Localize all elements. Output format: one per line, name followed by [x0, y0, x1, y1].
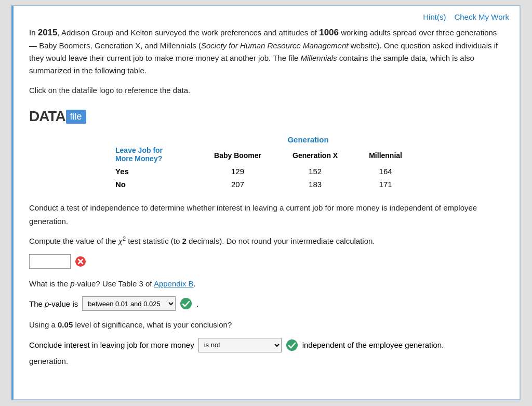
data-text: DATA	[29, 108, 65, 125]
row-label-yes: Yes	[115, 165, 198, 178]
n-value: 1006	[319, 28, 339, 37]
table-cell: 171	[353, 178, 418, 191]
top-bar: Hint(s) Check My Work	[14, 6, 520, 25]
chi-symbol: χ	[118, 237, 123, 245]
question4-text: Using a 0.05 level of significance, what…	[29, 318, 504, 332]
p-value-row: The p-value is less than 0.005 between 0…	[29, 296, 504, 311]
table-cell: 164	[353, 165, 418, 178]
check-my-work-link[interactable]: Check My Work	[454, 12, 509, 21]
appendix-link[interactable]: Appendix B	[154, 279, 194, 288]
col-header-millennial: Millennial	[353, 146, 418, 165]
decimal-bold: 2	[182, 237, 186, 245]
period-after-select: .	[196, 299, 198, 308]
check-icon-pvalue	[180, 297, 192, 310]
question2-text: Compute the value of the χ2 test statist…	[29, 234, 504, 248]
data-table: Generation Leave Job for More Money? Bab…	[115, 135, 418, 191]
svg-point-3	[180, 298, 192, 309]
journal-name: Society for Human Resource Management	[201, 41, 348, 50]
p-italic-q3: p	[70, 279, 74, 288]
question1-text: Conduct a test of independence to determ…	[29, 201, 504, 228]
col-header-generation-x: Generation X	[277, 146, 353, 165]
significance-level: 0.05	[58, 320, 73, 329]
click-instruction: Click on the datafile logo to reference …	[29, 84, 504, 97]
chi-input[interactable]	[29, 254, 71, 269]
conclusion-select[interactable]: is is not	[198, 338, 282, 352]
p-value-label: The p-value is	[29, 299, 78, 308]
col-header-baby-boomer: Baby Boomer	[198, 146, 277, 165]
table-cell: 183	[277, 178, 353, 191]
question3-text: What is the p-value? Use Table 3 of Appe…	[29, 277, 504, 291]
x-icon	[75, 256, 86, 267]
table-cell: 129	[198, 165, 277, 178]
conclusion-row: Conclude interest in leaving job for mor…	[29, 338, 504, 352]
svg-point-4	[286, 339, 298, 351]
conclusion-text-before: Conclude interest in leaving job for mor…	[29, 340, 194, 349]
content-area: In 2015, Addison Group and Kelton survey…	[14, 25, 520, 389]
leave-job-header: Leave Job for More Money?	[115, 146, 198, 165]
intro-paragraph: In 2015, Addison Group and Kelton survey…	[29, 25, 504, 77]
hints-link[interactable]: Hint(s)	[423, 12, 446, 21]
file-box: file	[66, 110, 86, 124]
leave-job-line2: More Money?	[115, 154, 188, 163]
chi-superscript: 2	[123, 235, 126, 242]
leave-job-line1: Leave Job for	[115, 146, 188, 154]
table-section: Generation Leave Job for More Money? Bab…	[29, 135, 504, 191]
file-name: Millennials	[301, 54, 337, 62]
check-icon-conclusion	[286, 339, 298, 351]
table-cell: 207	[198, 178, 277, 191]
conclusion-text-after: independent of the employee generation.	[302, 340, 444, 349]
year-value: 2015	[38, 28, 58, 37]
chi-input-row	[29, 254, 504, 269]
datafile-section: Click on the datafile logo to reference …	[29, 84, 504, 125]
p-value-select[interactable]: less than 0.005 between 0.005 and 0.01 b…	[82, 296, 176, 311]
generation-header: Generation	[198, 135, 418, 146]
p-italic-answer: p	[45, 299, 49, 308]
table-cell: 152	[277, 165, 353, 178]
page-container: Hint(s) Check My Work In 2015, Addison G…	[11, 5, 521, 400]
datafile-logo[interactable]: DATA file	[29, 108, 86, 125]
conclusion-last-line: generation.	[29, 355, 504, 368]
row-label-no: No	[115, 178, 198, 191]
